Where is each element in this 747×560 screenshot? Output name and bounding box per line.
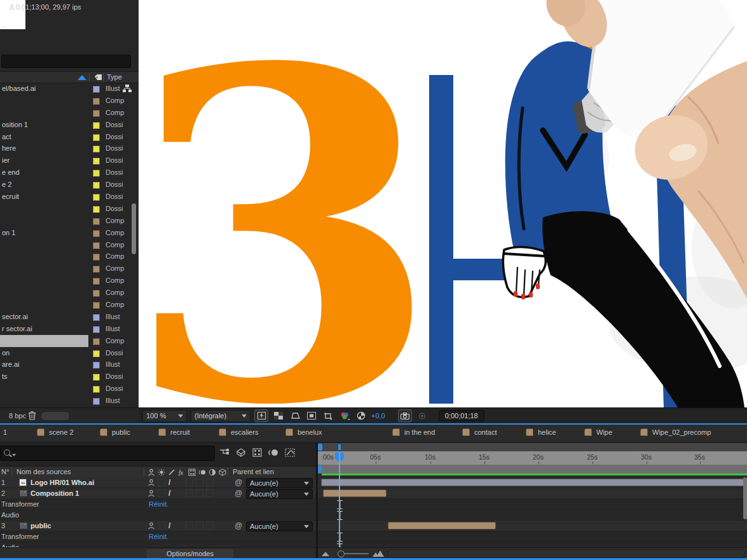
channels-icon[interactable] [338, 410, 351, 421]
timeline-search-input[interactable] [0, 446, 215, 461]
shy-icon[interactable] [147, 479, 155, 488]
flowchart-badge-icon[interactable] [123, 85, 132, 94]
property-row[interactable]: Audio [0, 542, 316, 547]
fast-previews-icon[interactable] [254, 409, 268, 422]
switch-cell[interactable] [206, 479, 214, 486]
project-item-row[interactable]: e 2Dossi [0, 179, 139, 191]
project-item-row[interactable]: Comp [0, 250, 139, 263]
shy-icon[interactable] [147, 489, 155, 498]
reset-link[interactable]: Réinit. [149, 500, 168, 508]
project-item-row[interactable]: Dossi [0, 203, 139, 215]
project-item-row[interactable]: Comp [0, 215, 139, 227]
timeline-tab[interactable]: 1 [3, 428, 7, 436]
label-color-swatch[interactable] [93, 338, 100, 345]
layer-number-column[interactable]: N° [1, 468, 9, 475]
label-color-swatch[interactable] [93, 146, 100, 153]
switch-cell[interactable] [186, 522, 193, 529]
parent-pickwhip-icon[interactable]: @ [235, 521, 242, 530]
label-color-swatch[interactable] [93, 122, 100, 129]
project-footer-pill[interactable] [41, 411, 70, 421]
project-item-row[interactable]: sector.aiIllust [0, 311, 139, 323]
layer-track-row[interactable] [318, 521, 747, 531]
layer-row[interactable]: 2Composition 1/@Aucun(e) [0, 488, 316, 499]
timeline-tab[interactable]: scene 2 [37, 428, 74, 436]
quality-switch[interactable]: / [168, 521, 170, 530]
motion-blur-icon[interactable] [198, 468, 206, 476]
trash-icon[interactable] [28, 411, 36, 420]
layer-duration-bar[interactable] [388, 522, 496, 529]
property-row[interactable]: TransformerRéinit. [0, 499, 316, 510]
quality-switch[interactable]: / [168, 489, 170, 498]
property-track-row[interactable] [318, 542, 747, 547]
motion-blur-icon[interactable] [268, 448, 278, 457]
switch-cell[interactable] [158, 489, 165, 497]
label-color-swatch[interactable] [93, 182, 100, 189]
project-item-row[interactable]: ecruitDossi [0, 191, 139, 203]
label-color-swatch[interactable] [93, 362, 100, 369]
label-color-swatch[interactable] [93, 386, 100, 393]
label-tag-icon[interactable] [94, 74, 102, 81]
layer-name[interactable]: Logo HR/01 Who.ai [31, 479, 142, 486]
layer-name[interactable]: Composition 1 [31, 489, 142, 497]
label-color-swatch[interactable] [93, 98, 100, 105]
frame-blend-icon[interactable] [188, 468, 196, 476]
label-color-swatch[interactable] [93, 374, 100, 381]
project-item-row[interactable]: Comp [0, 335, 139, 347]
track-vertical-scrollbar[interactable] [743, 477, 747, 519]
timeline-tab[interactable]: benelux [285, 428, 322, 436]
project-item-row[interactable]: Comp [0, 299, 139, 311]
switch-cell[interactable] [186, 479, 193, 486]
switch-cell[interactable] [206, 522, 214, 529]
label-color-swatch[interactable] [93, 86, 100, 93]
project-item-row[interactable]: Comp [0, 107, 139, 119]
timeline-tab[interactable]: Wipe [584, 428, 612, 436]
project-search-input[interactable] [1, 55, 131, 68]
frame-blending-icon[interactable] [252, 448, 262, 457]
reset-link[interactable]: Réinit. [149, 533, 168, 540]
property-row[interactable]: TransformerRéinit. [0, 531, 316, 542]
collapse-transformations-icon[interactable] [158, 468, 165, 476]
project-item-row[interactable]: r sector.aiIllust [0, 323, 139, 335]
label-color-swatch[interactable] [93, 278, 100, 285]
layer-duration-bar[interactable] [321, 479, 747, 486]
sort-ascending-icon[interactable] [78, 75, 86, 80]
timeline-tab[interactable]: in the end [392, 428, 435, 436]
label-color-swatch[interactable] [93, 266, 100, 273]
timeline-tab[interactable]: recruit [158, 428, 190, 436]
region-of-interest-icon[interactable] [305, 410, 318, 421]
cube-3d-icon[interactable] [219, 468, 226, 476]
parent-dropdown[interactable]: Aucun(e) [246, 478, 313, 488]
property-track-row[interactable] [318, 531, 747, 542]
project-item-row[interactable]: hereDossi [0, 142, 139, 154]
project-item-row[interactable]: Comp [0, 95, 139, 107]
parent-dropdown[interactable]: Aucun(e) [246, 489, 313, 499]
switch-cell[interactable] [206, 489, 214, 497]
label-color-swatch[interactable] [93, 158, 100, 165]
resolution-dropdown[interactable]: (Intégrale) [191, 410, 250, 422]
label-color-swatch[interactable] [93, 230, 100, 237]
label-color-swatch[interactable] [93, 194, 100, 201]
switch-cell[interactable] [158, 522, 165, 529]
parent-pickwhip-icon[interactable]: @ [235, 478, 242, 487]
composition-mini-flowchart-icon[interactable] [219, 448, 230, 457]
shy-icon[interactable] [147, 468, 155, 476]
timeline-tab[interactable]: helice [526, 428, 556, 436]
layer-row[interactable]: 1Logo HR/01 Who.ai/@Aucun(e) [0, 477, 316, 488]
layer-track-row[interactable] [318, 477, 747, 488]
project-item-row[interactable]: Illust [0, 395, 139, 407]
label-color-swatch[interactable] [93, 110, 100, 117]
project-scrollbar[interactable] [132, 203, 136, 254]
property-track-row[interactable] [318, 510, 747, 521]
parent-dropdown[interactable]: Aucun(e) [246, 521, 313, 531]
exposure-shutter-icon[interactable] [355, 410, 367, 421]
label-color-swatch[interactable] [93, 134, 100, 141]
switch-cell[interactable] [196, 522, 203, 529]
composition-viewer[interactable]: 3 [139, 0, 747, 407]
label-color-swatch[interactable] [93, 170, 100, 177]
mask-visibility-icon[interactable] [289, 410, 301, 421]
exposure-value[interactable]: +0,0 [371, 412, 385, 420]
project-item-row[interactable]: ierDossi [0, 154, 139, 167]
switch-cell[interactable] [196, 479, 203, 486]
label-color-swatch[interactable] [93, 242, 100, 249]
options-modes-button[interactable]: Options/modes [146, 549, 234, 559]
